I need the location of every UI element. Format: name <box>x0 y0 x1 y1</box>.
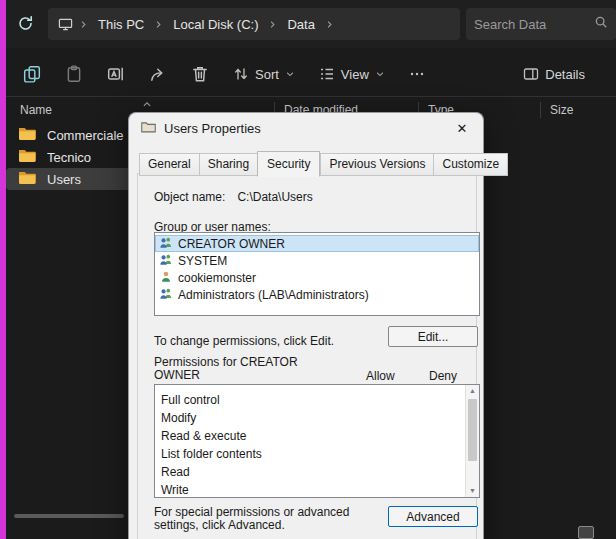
explorer-navbar: This PC Local Disk (C:) Data <box>6 0 616 48</box>
folder-icon <box>18 126 37 144</box>
close-icon: ✕ <box>457 121 468 136</box>
edit-button[interactable]: Edit... <box>388 326 478 347</box>
tab-security[interactable]: Security <box>257 151 320 177</box>
paste-icon <box>65 65 83 83</box>
delete-button[interactable] <box>182 58 218 90</box>
horizontal-scrollbar[interactable] <box>14 514 124 518</box>
dialog-folder-icon <box>141 121 156 136</box>
permissions-vertical-scrollbar[interactable]: ▲ ▼ <box>465 385 479 497</box>
sort-ascending-icon <box>142 97 152 111</box>
group-row-creator-owner[interactable]: CREATOR OWNER <box>155 235 479 252</box>
permission-row-read[interactable]: Read <box>155 463 479 481</box>
dialog-title: Users Properties <box>164 121 261 136</box>
ellipsis-icon <box>409 66 425 82</box>
details-button[interactable]: Details <box>514 59 594 89</box>
file-name: Commerciale <box>47 128 124 143</box>
group-name: CREATOR OWNER <box>178 237 285 251</box>
permission-name: Modify <box>161 411 196 425</box>
user-icon <box>159 270 173 286</box>
permission-row-write[interactable]: Write <box>155 481 479 498</box>
trash-icon <box>191 65 209 83</box>
scrollbar-thumb[interactable] <box>468 399 477 461</box>
breadcrumb-this-pc[interactable]: This PC <box>94 15 148 34</box>
chevron-right-icon <box>79 20 88 29</box>
file-name: Users <box>47 172 81 187</box>
deny-column-label: Deny <box>429 369 457 383</box>
folder-icon <box>18 148 37 166</box>
advanced-button[interactable]: Advanced <box>388 506 478 527</box>
column-divider[interactable] <box>540 102 541 118</box>
copy-button[interactable] <box>14 58 50 90</box>
users-properties-dialog: Users Properties ✕ General Sharing Secur… <box>128 112 484 539</box>
search-input[interactable] <box>474 17 594 32</box>
permission-name: Write <box>161 483 189 497</box>
permissions-list: Full control Modify Read & execute List … <box>154 384 480 498</box>
details-panel-icon <box>523 66 539 82</box>
permission-name: Full control <box>161 393 220 407</box>
chevron-right-icon <box>268 20 277 29</box>
advanced-settings-hint: For special permissions or advanced sett… <box>154 506 380 532</box>
permission-row-full-control[interactable]: Full control <box>155 391 479 409</box>
group-icon <box>159 236 173 252</box>
scroll-up-arrow-icon[interactable]: ▲ <box>466 385 479 397</box>
view-button[interactable]: View <box>310 59 394 89</box>
view-icon <box>319 66 335 82</box>
scroll-down-arrow-icon[interactable]: ▼ <box>466 485 479 497</box>
column-header-name[interactable]: Name <box>20 103 52 117</box>
breadcrumb-data[interactable]: Data <box>283 15 318 34</box>
close-button[interactable]: ✕ <box>441 113 483 143</box>
sort-label: Sort <box>255 67 279 82</box>
security-tab-page: Object name: C:\Data\Users Group or user… <box>137 173 477 539</box>
dialog-tabs: General Sharing Security Previous Versio… <box>139 151 508 176</box>
permission-row-list-folder-contents[interactable]: List folder contents <box>155 445 479 463</box>
group-icon <box>159 253 173 269</box>
rename-button[interactable] <box>98 58 134 90</box>
object-name-value: C:\Data\Users <box>237 190 312 204</box>
edit-permissions-hint: To change permissions, click Edit. <box>154 334 334 348</box>
sort-icon <box>233 66 249 82</box>
address-bar[interactable]: This PC Local Disk (C:) Data <box>48 8 460 40</box>
permissions-for-label: Permissions for CREATOR OWNER <box>154 356 314 382</box>
share-button[interactable] <box>140 58 176 90</box>
breadcrumb-local-disk-c[interactable]: Local Disk (C:) <box>169 15 262 34</box>
details-label: Details <box>545 67 585 82</box>
file-name: Tecnico <box>47 150 91 165</box>
display-tray-icon <box>578 526 594 539</box>
refresh-button[interactable] <box>12 12 38 38</box>
allow-column-label: Allow <box>366 369 395 383</box>
object-name-label: Object name: <box>154 190 225 204</box>
group-name: Administrators (LAB\Administrators) <box>178 288 369 302</box>
column-header-size[interactable]: Size <box>550 103 573 117</box>
this-pc-icon <box>58 17 73 32</box>
chevron-down-icon <box>375 69 385 79</box>
chevron-right-icon <box>325 20 334 29</box>
group-name: SYSTEM <box>178 254 227 268</box>
permission-name: Read <box>161 465 190 479</box>
permission-row-read-execute[interactable]: Read & execute <box>155 427 479 445</box>
tab-sharing[interactable]: Sharing <box>199 153 257 176</box>
paste-button[interactable] <box>56 58 92 90</box>
permission-name: List folder contents <box>161 447 262 461</box>
group-row-system[interactable]: SYSTEM <box>155 252 479 269</box>
refresh-icon <box>17 20 34 35</box>
group-icon <box>159 287 173 303</box>
tab-general[interactable]: General <box>139 153 199 176</box>
permission-name: Read & execute <box>161 429 246 443</box>
screen: This PC Local Disk (C:) Data <box>0 0 616 539</box>
sort-button[interactable]: Sort <box>224 59 304 89</box>
more-options-button[interactable] <box>400 59 434 89</box>
group-row-administrators[interactable]: Administrators (LAB\Administrators) <box>155 286 479 303</box>
tab-customize[interactable]: Customize <box>433 153 508 176</box>
permission-row-modify[interactable]: Modify <box>155 409 479 427</box>
chevron-right-icon <box>154 20 163 29</box>
copy-icon <box>23 65 41 83</box>
dialog-titlebar[interactable]: Users Properties ✕ <box>129 113 483 143</box>
explorer-toolbar: Sort View <box>6 52 616 96</box>
folder-icon <box>18 170 37 188</box>
user-name: cookiemonster <box>178 271 256 285</box>
user-row-cookiemonster[interactable]: cookiemonster <box>155 269 479 286</box>
search-box <box>466 8 616 40</box>
search-icon <box>594 15 608 33</box>
chevron-down-icon <box>285 69 295 79</box>
tab-previous-versions[interactable]: Previous Versions <box>320 153 433 176</box>
